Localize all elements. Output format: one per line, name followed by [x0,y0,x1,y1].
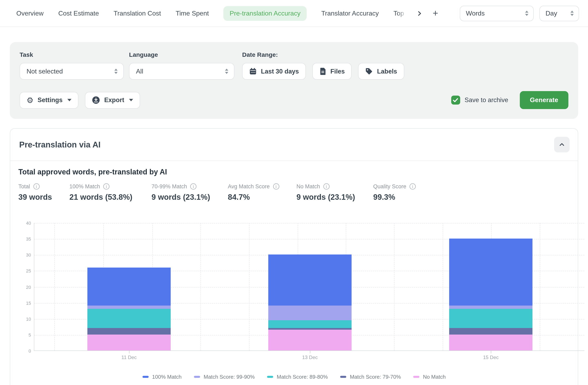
pre-translation-card: Pre-translation via AI Total approved wo… [10,128,578,385]
stat-label: Avg Match Scorei [228,183,296,190]
stat-70-99-match: 70-99% Matchi9 words (23.1%) [151,183,228,202]
x-axis-label: 13 Dec [285,355,335,360]
bar-13-dec[interactable] [268,223,352,350]
task-select-value: Not selected [26,68,63,75]
bar-15-dec[interactable] [449,223,532,350]
info-icon[interactable]: i [103,183,109,190]
y-tick-label: 40 [17,221,31,225]
info-icon[interactable]: i [33,183,39,190]
stat-label: 100% Matchi [69,183,151,190]
chart-legend: 100% MatchMatch Score: 99-90%Match Score… [10,374,578,380]
legend-item-match-score-79-70[interactable]: Match Score: 79-70% [340,374,401,380]
legend-label: No Match [423,374,446,380]
stats-row: Totali39 words100% Matchi21 words (53.8%… [18,183,435,202]
bar-segment-match-score-79-70[interactable] [449,328,532,334]
stat-value: 99.3% [373,193,435,202]
bar-segment-match-score-89-80[interactable] [449,309,532,328]
unit-select[interactable]: Words [460,5,534,21]
save-to-archive-label[interactable]: Save to archive [465,96,508,104]
stat-quality-score: Quality Scorei99.3% [373,183,435,202]
bar-segment-match-score-89-80[interactable] [87,309,171,328]
bar-segment-match-score-79-70[interactable] [268,328,352,330]
tab-overview[interactable]: Overview [16,6,43,21]
legend-item-match-score-89-80[interactable]: Match Score: 89-80% [267,374,328,380]
bar-segment-match-score-99-90[interactable] [268,306,352,320]
bar-segment-no-match[interactable] [87,335,171,350]
bar-segment-match-score-79-70[interactable] [87,328,171,334]
tab-pre-translation-accuracy[interactable]: Pre-translation Accuracy [224,6,307,21]
files-button[interactable]: Files [312,63,352,80]
gridline-x-7 [394,223,395,350]
legend-label: Match Score: 79-70% [350,374,401,380]
download-circle-icon [92,96,100,104]
settings-button[interactable]: ⚙ Settings [20,92,78,108]
date-range-button[interactable]: Last 30 days [242,63,306,80]
bar-segment-match-score-99-90[interactable] [449,306,532,309]
bar-segment-100-match[interactable] [87,267,171,306]
legend-swatch [267,376,273,378]
add-tab-button[interactable]: + [433,9,438,18]
info-icon[interactable]: i [273,183,279,190]
language-select-value: All [136,68,143,75]
info-icon[interactable]: i [323,183,330,190]
x-tick [129,350,129,353]
legend-item-100-match[interactable]: 100% Match [142,374,182,380]
legend-item-match-score-99-90[interactable]: Match Score: 99-90% [194,374,255,380]
language-select[interactable]: All [129,63,234,80]
stat-no-match: No Matchi9 words (23.1%) [296,183,373,202]
legend-swatch [194,376,200,378]
y-tick-label: 5 [17,333,31,337]
stacked-bar-chart: 051015202530354011 Dec13 Dec15 Dec [34,223,584,351]
dashboard-screen: OverviewCost EstimateTranslation CostTim… [0,0,588,385]
tabs-overflow-chevron-right-icon[interactable] [416,10,422,16]
bar-11-dec[interactable] [87,223,171,350]
export-button[interactable]: Export [85,92,140,108]
caret-down-icon [129,99,133,101]
date-range-value: Last 30 days [261,68,299,75]
stat-100-match: 100% Matchi21 words (53.8%) [69,183,151,202]
calendar-icon [249,67,257,75]
gear-icon: ⚙ [26,96,34,104]
task-select[interactable]: Not selected [20,63,124,80]
gridline-x-8 [443,223,443,350]
tab-cost-estimate[interactable]: Cost Estimate [58,6,99,21]
stat-label-text: Avg Match Score [228,183,270,190]
bar-segment-no-match[interactable] [449,335,532,350]
legend-item-no-match[interactable]: No Match [413,374,446,380]
stat-label-text: Quality Score [373,183,406,190]
info-icon[interactable]: i [410,183,416,190]
gridline-x-3 [201,223,201,350]
labels-button[interactable]: Labels [358,63,404,80]
x-tick [491,350,491,353]
bar-segment-match-score-99-90[interactable] [87,306,171,309]
tab-time-spent[interactable]: Time Spent [176,6,209,21]
y-tick-label: 10 [17,317,31,321]
bar-segment-match-score-89-80[interactable] [268,320,352,328]
date-range-label: Date Range: [242,51,404,58]
legend-label: 100% Match [152,374,182,380]
stat-value: 21 words (53.8%) [69,193,151,202]
info-icon[interactable]: i [190,183,196,190]
section-heading: Total approved words, pre-translated by … [18,168,167,176]
collapse-card-button[interactable] [554,137,570,152]
unit-select-value: Words [466,10,485,17]
tab-translator-accuracy[interactable]: Translator Accuracy [321,6,379,21]
labels-button-label: Labels [377,68,397,75]
x-axis-label: 15 Dec [466,355,515,360]
tab-top[interactable]: Top [393,6,408,21]
tag-icon [365,67,373,75]
bar-segment-100-match[interactable] [268,255,352,306]
stat-label: 70-99% Matchi [151,183,228,190]
generate-button[interactable]: Generate [520,91,568,109]
save-to-archive-checkbox[interactable] [451,96,460,105]
files-button-label: Files [330,68,345,75]
bar-segment-no-match[interactable] [268,330,352,350]
stat-label-text: 70-99% Match [151,183,187,190]
select-updown-icon [225,69,228,74]
topbar-selects: Words Day [460,5,579,21]
tab-translation-cost[interactable]: Translation Cost [114,6,161,21]
period-select[interactable]: Day [539,5,579,21]
bar-segment-100-match[interactable] [449,238,532,306]
select-updown-icon [525,11,528,16]
select-updown-icon [114,69,118,74]
